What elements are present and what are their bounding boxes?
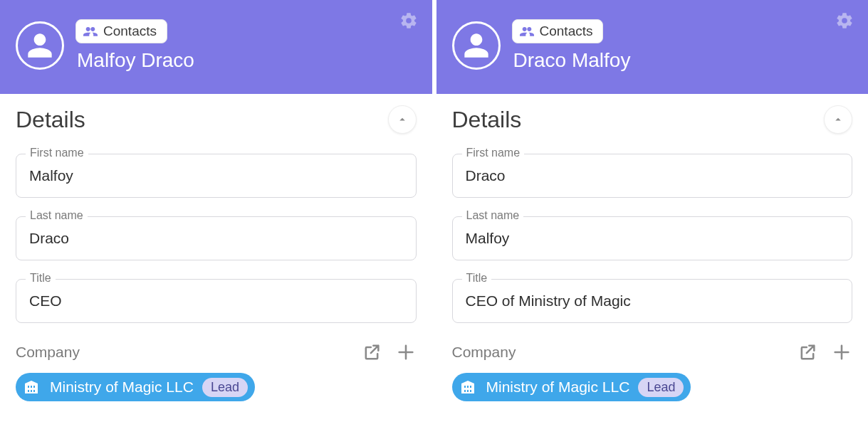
first-name-field: First name: [452, 154, 853, 198]
title-field: Title: [16, 279, 417, 323]
contacts-chip[interactable]: Contacts: [75, 19, 167, 43]
company-row: Company: [452, 342, 853, 363]
details-title: Details: [16, 107, 85, 133]
people-icon: [520, 26, 534, 37]
last-name-field: Last name: [452, 216, 853, 260]
collapse-button[interactable]: [388, 105, 417, 134]
title-label: Title: [26, 272, 56, 285]
title-input[interactable]: [16, 279, 417, 323]
add-company-button[interactable]: [831, 342, 852, 363]
people-icon: [83, 26, 98, 37]
last-name-field: Last name: [16, 216, 417, 260]
contact-name: Malfoy Draco: [75, 49, 194, 72]
collapse-button[interactable]: [824, 105, 852, 134]
settings-button[interactable]: [399, 11, 418, 30]
company-chip[interactable]: Ministry of Magic LLC Lead: [452, 373, 691, 401]
details-section-head: Details: [452, 105, 853, 134]
company-name: Ministry of Magic LLC: [485, 379, 632, 396]
header-text: Contacts Draco Malfoy: [512, 19, 631, 72]
last-name-label: Last name: [26, 209, 88, 222]
plus-icon: [396, 342, 416, 362]
company-row: Company: [16, 342, 417, 363]
details-title: Details: [452, 107, 522, 133]
last-name-input[interactable]: [16, 216, 417, 260]
avatar: [452, 21, 501, 70]
first-name-label: First name: [462, 147, 525, 159]
title-label: Title: [462, 272, 492, 285]
company-actions: [361, 342, 417, 363]
first-name-input[interactable]: [452, 154, 853, 198]
contact-panel-left: Contacts Malfoy Draco Details First name…: [0, 0, 432, 444]
external-link-icon: [798, 342, 817, 362]
title-field: Title: [452, 279, 853, 323]
company-name: Ministry of Magic LLC: [48, 379, 195, 396]
contact-name: Draco Malfoy: [512, 49, 631, 72]
first-name-field: First name: [16, 154, 417, 198]
company-status-pill: Lead: [202, 378, 248, 397]
company-chip[interactable]: Ministry of Magic LLC Lead: [16, 373, 255, 401]
avatar: [16, 21, 64, 70]
company-label: Company: [452, 344, 516, 361]
first-name-input[interactable]: [16, 154, 417, 198]
contacts-chip[interactable]: Contacts: [512, 19, 604, 43]
add-company-button[interactable]: [395, 342, 417, 363]
last-name-input[interactable]: [452, 216, 853, 260]
plus-icon: [832, 342, 852, 362]
contacts-chip-label: Contacts: [103, 23, 157, 39]
last-name-label: Last name: [462, 209, 524, 222]
person-icon: [462, 31, 491, 60]
first-name-label: First name: [26, 147, 88, 159]
building-icon: [21, 377, 41, 397]
details-section-head: Details: [16, 105, 417, 134]
settings-button[interactable]: [835, 11, 854, 30]
company-label: Company: [16, 344, 80, 361]
chevron-up-icon: [396, 113, 409, 126]
contacts-chip-label: Contacts: [540, 23, 593, 39]
external-link-icon: [362, 342, 382, 362]
title-input[interactable]: [452, 279, 853, 323]
panel-body: Details First name Last name Title Compa…: [436, 94, 869, 444]
gear-icon: [835, 11, 854, 30]
gear-icon: [399, 11, 418, 30]
building-icon: [458, 377, 478, 397]
compare-container: Contacts Malfoy Draco Details First name…: [0, 0, 868, 444]
person-icon: [26, 31, 54, 60]
open-company-button[interactable]: [797, 342, 818, 363]
company-status-pill: Lead: [638, 378, 684, 397]
company-actions: [797, 342, 852, 363]
panel-header: Contacts Draco Malfoy: [436, 0, 869, 94]
panel-body: Details First name Last name Title Compa…: [0, 94, 432, 444]
contact-panel-right: Contacts Draco Malfoy Details First name…: [436, 0, 869, 444]
chevron-up-icon: [832, 113, 845, 126]
header-text: Contacts Malfoy Draco: [75, 19, 194, 72]
open-company-button[interactable]: [361, 342, 382, 363]
panel-header: Contacts Malfoy Draco: [0, 0, 432, 94]
